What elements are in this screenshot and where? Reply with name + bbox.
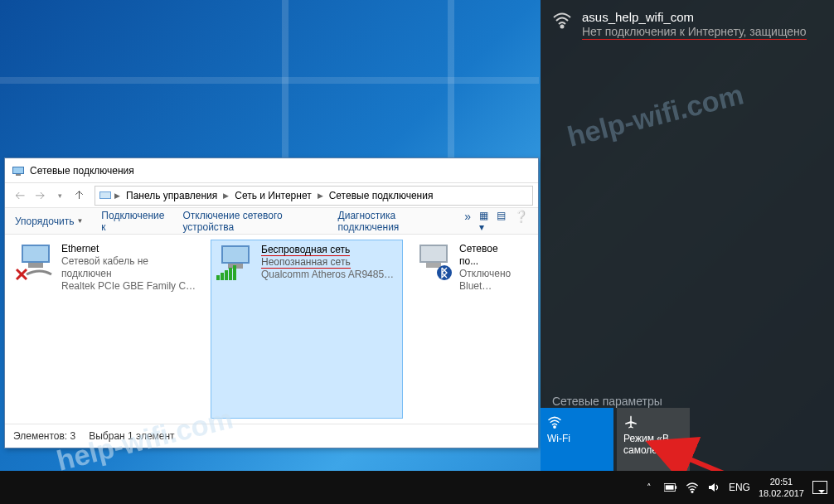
airplane-icon	[623, 414, 638, 429]
adapter-device: Bluetooth D...	[459, 280, 497, 293]
clock-time: 20:51	[759, 476, 804, 487]
svg-rect-2	[16, 174, 21, 176]
connect-to-button[interactable]: Подключение к	[101, 210, 164, 233]
clock-date: 18.02.2017	[759, 487, 804, 499]
adapter-list: Ethernet Сетевой кабель не подключен Rea…	[5, 235, 538, 424]
svg-rect-6	[23, 246, 48, 261]
diagnose-connection-button[interactable]: Диагностика подключения	[338, 210, 447, 233]
bluetooth-adapter-icon	[413, 243, 454, 281]
tile-label: Режим «В самолете»	[623, 433, 683, 456]
taskbar: ˄ ENG 20:51 18.02.2017	[0, 471, 834, 504]
window-titlebar[interactable]: Сетевые подключения	[5, 158, 538, 183]
status-selected-count: Выбран 1 элемент	[89, 430, 174, 442]
language-indicator[interactable]: ENG	[729, 482, 750, 493]
adapter-device: Qualcomm Atheros AR9485WB-E...	[261, 269, 399, 281]
view-details-button[interactable]: ▤	[497, 210, 506, 233]
watermark: help-wifi.com	[565, 78, 747, 153]
svg-point-21	[554, 426, 555, 428]
window-title: Сетевые подключения	[30, 165, 134, 177]
wifi-icon	[547, 414, 562, 429]
svg-point-19	[437, 265, 452, 280]
breadcrumb[interactable]: Панель управления	[123, 190, 221, 201]
breadcrumb[interactable]: Сеть и Интернет	[231, 190, 314, 201]
chevron-down-icon: ▼	[76, 217, 83, 225]
svg-point-26	[691, 491, 693, 492]
adapter-device: Realtek PCIe GBE Family Controller	[61, 280, 201, 293]
chevron-right-icon: ▶	[112, 191, 123, 200]
svg-rect-12	[221, 273, 224, 280]
disable-device-button[interactable]: Отключение сетевого устройства	[182, 210, 319, 233]
organize-button[interactable]: Упорядочить▼	[15, 216, 83, 227]
chevron-right-icon: ▶	[315, 191, 326, 200]
wifi-tray-icon[interactable]	[686, 481, 699, 494]
volume-icon[interactable]	[707, 481, 720, 494]
action-center-button[interactable]	[812, 481, 827, 494]
adapter-status: Неопознанная сеть	[261, 256, 351, 269]
network-status: Нет подключения к Интернету, защищено	[582, 25, 807, 40]
path-icon	[99, 189, 112, 202]
status-bar: Элементов: 3 Выбран 1 элемент	[5, 424, 538, 447]
adapter-wireless[interactable]: Беспроводная сеть Неопознанная сеть Qual…	[211, 240, 403, 419]
network-settings-link[interactable]: Сетевые параметры	[552, 395, 662, 408]
tray-overflow-button[interactable]: ˄	[642, 481, 656, 494]
view-layout-button[interactable]: ▦ ▾	[479, 210, 488, 233]
svg-point-20	[561, 26, 564, 28]
wifi-toggle-tile[interactable]: Wi-Fi	[541, 408, 613, 471]
toolbar-more-button[interactable]: »	[464, 210, 471, 233]
status-item-count: Элементов: 3	[13, 430, 75, 442]
svg-rect-13	[225, 270, 228, 280]
taskbar-clock[interactable]: 20:51 18.02.2017	[759, 476, 804, 499]
svg-rect-15	[233, 265, 236, 280]
adapter-name: Ethernet	[61, 243, 201, 255]
adapter-status: Сетевой кабель не подключен	[61, 255, 201, 280]
svg-rect-24	[675, 486, 676, 489]
svg-rect-14	[229, 268, 232, 280]
ethernet-adapter-icon	[15, 243, 56, 281]
svg-rect-9	[223, 247, 248, 262]
window-icon	[12, 164, 25, 177]
network-connections-window: Сетевые подключения 🡠 🡢 ▾ 🡡 ▶ Панель упр…	[4, 158, 539, 448]
nav-forward-button: 🡢	[30, 186, 50, 206]
adapter-bluetooth[interactable]: Сетевое по... Отключено Bluetooth D...	[410, 240, 501, 419]
address-bar[interactable]: ▶ Панель управления ▶ Сеть и Интернет ▶ …	[95, 186, 533, 206]
chevron-right-icon: ▶	[221, 191, 231, 200]
breadcrumb[interactable]: Сетевые подключения	[326, 190, 437, 201]
nav-recent-button[interactable]: ▾	[50, 186, 70, 206]
svg-rect-7	[28, 263, 43, 268]
svg-rect-17	[421, 246, 446, 261]
svg-rect-4	[100, 192, 110, 198]
wifi-icon	[552, 10, 572, 40]
wireless-adapter-icon	[215, 244, 256, 282]
network-flyout: asus_help_wifi_com Нет подключения к Инт…	[541, 0, 834, 471]
airplane-mode-tile[interactable]: Режим «В самолете»	[617, 408, 690, 471]
svg-rect-18	[426, 263, 441, 268]
svg-rect-25	[666, 485, 674, 489]
nav-back-button[interactable]: 🡠	[10, 186, 30, 206]
current-network[interactable]: asus_help_wifi_com Нет подключения к Инт…	[541, 0, 834, 50]
quick-action-tiles: Wi-Fi Режим «В самолете»	[541, 408, 693, 471]
network-ssid: asus_help_wifi_com	[582, 10, 807, 24]
battery-icon[interactable]	[664, 481, 677, 494]
adapter-status: Отключено	[459, 268, 497, 280]
adapter-name: Сетевое по...	[459, 243, 497, 268]
adapter-name: Беспроводная сеть	[261, 244, 350, 256]
nav-row: 🡠 🡢 ▾ 🡡 ▶ Панель управления ▶ Сеть и Инт…	[5, 183, 538, 208]
svg-rect-11	[216, 275, 220, 280]
svg-rect-1	[13, 167, 23, 173]
toolbar: Упорядочить▼ Подключение к Отключение се…	[5, 208, 538, 235]
tile-label: Wi-Fi	[547, 433, 607, 444]
adapter-ethernet[interactable]: Ethernet Сетевой кабель не подключен Rea…	[12, 240, 204, 419]
help-button[interactable]: ❔	[514, 210, 528, 233]
system-tray: ˄ ENG 20:51 18.02.2017	[642, 476, 827, 499]
nav-up-button[interactable]: 🡡	[70, 186, 90, 206]
